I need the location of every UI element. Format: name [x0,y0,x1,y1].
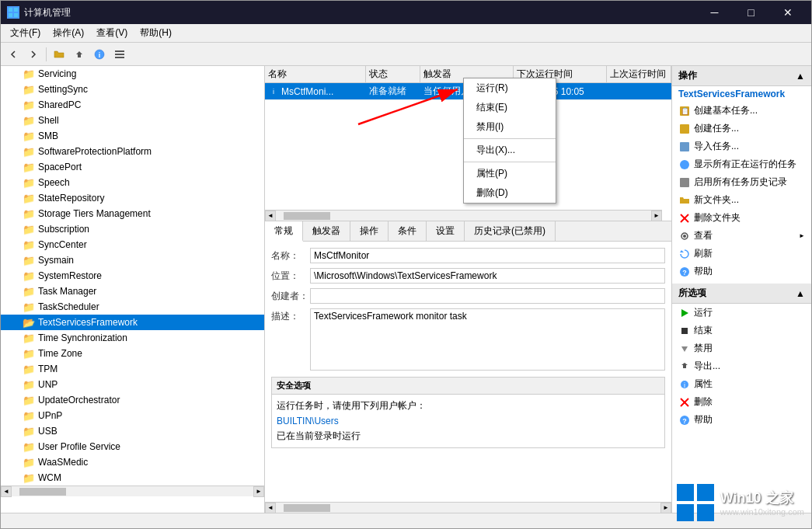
action-disable[interactable]: 禁用 [672,339,811,357]
menu-action[interactable]: 操作(A) [47,25,90,41]
menu-help[interactable]: 帮助(H) [134,25,178,41]
sidebar-item-subscription[interactable]: 📁 Subscription [1,221,264,237]
hscroll-right[interactable]: ► [253,486,264,497]
sidebar-item-waasmedic[interactable]: 📁 WaaSMedic [1,454,264,470]
action-delete-folder[interactable]: 删除文件夹 [672,209,811,227]
context-menu-disable[interactable]: 禁用(I) [464,117,556,137]
action-show-running[interactable]: 显示所有正在运行的任务 [672,155,811,173]
context-menu-run[interactable]: 运行(R) [464,78,556,98]
detail-hscroll-right[interactable]: ► [660,503,671,513]
sidebar-item-sharedpc[interactable]: 📁 SharedPC [1,97,264,113]
context-menu-export[interactable]: 导出(X)... [464,141,556,160]
forward-button[interactable] [24,46,43,63]
tab-history[interactable]: 历史记录(已禁用) [465,221,556,241]
menu-file[interactable]: 文件(F) [4,25,47,41]
menu-view[interactable]: 查看(V) [90,25,134,41]
action-create-task[interactable]: 创建任务... [672,120,811,137]
sidebar-item-unp[interactable]: 📁 UNP [1,377,264,392]
action-help-main[interactable]: ? 帮助 [672,263,811,280]
sidebar-item-smb[interactable]: 📁 SMB [1,128,264,144]
action-view[interactable]: 查看 ► [672,227,811,245]
actions-selected-collapse[interactable]: ▲ [796,288,805,299]
action-run-label: 运行 [694,306,713,319]
detail-hscroll-thumb[interactable] [284,504,330,512]
sidebar-item-upnp[interactable]: 📁 UPnP [1,408,264,423]
actions-main-title: 操作 [678,69,697,82]
tasklist-hscrollbar[interactable]: ◄ ► [265,210,662,221]
tasklist-hscroll-left[interactable]: ◄ [265,211,276,221]
sidebar-item-userprofileservice[interactable]: 📁 User Profile Service [1,439,264,454]
sidebar-item-synccenter[interactable]: 📁 SyncCenter [1,237,264,252]
action-properties[interactable]: i 属性 [672,375,811,393]
maximize-button[interactable]: □ [734,1,768,24]
minimize-button[interactable]: ─ [697,1,732,24]
action-new-folder[interactable]: 新文件夹... [672,191,811,209]
svg-rect-36 [677,504,694,521]
action-import-task[interactable]: 导入任务... [672,137,811,155]
properties-icon: i [678,378,691,391]
sidebar-item-softwareprotection[interactable]: 📁 SoftwareProtectionPlatform [1,144,264,159]
sidebar-item-servicing[interactable]: 📁 Servicing [1,66,264,82]
action-create-basic[interactable]: 📋 创建基本任务... [672,102,811,120]
sidebar-item-updateorchestrator[interactable]: 📁 UpdateOrchestrator [1,392,264,408]
sidebar-item-shell[interactable]: 📁 Shell [1,113,264,128]
context-menu-delete[interactable]: 删除(D) [464,183,556,203]
tasklist-hscroll-thumb[interactable] [284,212,330,220]
tab-settings[interactable]: 设置 [427,221,465,241]
detail-location-value: \Microsoft\Windows\TextServicesFramework [310,268,665,284]
create-basic-icon: 📋 [678,105,691,117]
action-enable-history[interactable]: 启用所有任务历史记录 [672,173,811,191]
sidebar-item-usb[interactable]: 📁 USB [1,423,264,439]
actions-selected-title: 所选项 [678,287,706,300]
detail-hscrollbar[interactable]: ◄ ► [265,502,671,513]
col-header-name[interactable]: 名称 [265,66,366,82]
toolbar-show-btn[interactable] [110,46,129,63]
sidebar-item-timesynchronization[interactable]: 📁 Time Synchronization [1,330,264,346]
close-button[interactable]: ✕ [770,1,805,24]
sidebar-item-storagetiersmanagement[interactable]: 📁 Storage Tiers Management [1,206,264,221]
hscroll-left[interactable]: ◄ [1,486,12,497]
folder-icon: 📁 [23,238,35,251]
detail-tabs: 常规 触发器 操作 条件 设置 历史记录(已禁用) [265,221,671,242]
folder-icon: 📁 [23,99,35,111]
action-refresh[interactable]: 刷新 [672,245,811,263]
hscroll-thumb[interactable] [19,488,66,496]
toolbar-up-btn[interactable] [70,46,89,63]
tab-triggers[interactable]: 触发器 [303,221,350,241]
action-export[interactable]: 导出... [672,357,811,375]
sidebar-item-settingsync[interactable]: 📁 SettingSync [1,82,264,97]
sidebar-item-taskscheduler[interactable]: 📁 TaskScheduler [1,299,264,315]
actions-collapse-icon[interactable]: ▲ [796,71,805,82]
action-end[interactable]: 结束 [672,322,811,339]
sidebar-panel: 📁 Servicing 📁 SettingSync 📁 SharedPC 📁 S… [1,66,265,513]
detail-hscroll-left[interactable]: ◄ [265,503,276,513]
sidebar-item-spaceport[interactable]: 📁 SpacePort [1,159,264,175]
toolbar-folder-btn[interactable] [50,46,68,63]
sidebar-item-systemrestore[interactable]: 📁 SystemRestore [1,268,264,284]
sidebar-item-timezone[interactable]: 📁 Time Zone [1,346,264,361]
sidebar-item-staterepository[interactable]: 📁 StateRepository [1,190,264,206]
folder-icon-selected: 📂 [23,316,35,329]
tab-conditions[interactable]: 条件 [389,221,427,241]
action-delete[interactable]: 删除 [672,393,811,411]
sidebar-item-wcm[interactable]: 📁 WCM [1,470,264,485]
context-menu-properties[interactable]: 属性(P) [464,164,556,183]
sidebar-item-speech[interactable]: 📁 Speech [1,175,264,190]
context-menu-end[interactable]: 结束(E) [464,98,556,117]
sidebar-item-tpm[interactable]: 📁 TPM [1,361,264,377]
col-header-status[interactable]: 状态 [366,66,420,82]
tab-actions[interactable]: 操作 [350,221,389,241]
col-header-last-run[interactable]: 上次运行时间 [607,66,671,82]
tab-general[interactable]: 常规 [265,221,303,242]
back-button[interactable] [4,46,23,63]
tasklist-hscroll-right[interactable]: ► [651,211,662,221]
toolbar-info-btn[interactable]: i [90,46,109,63]
sidebar-hscrollbar[interactable]: ◄ ► [1,485,264,496]
sidebar-item-taskmanager[interactable]: 📁 Task Manager [1,284,264,299]
sidebar-item-sysmain[interactable]: 📁 Sysmain [1,252,264,268]
action-export-label: 导出... [694,360,720,373]
folder-icon: 📁 [23,176,35,189]
sidebar-item-textservicesframework[interactable]: 📂 TextServicesFramework [1,315,264,330]
action-help-selected[interactable]: ? 帮助 [672,411,811,429]
action-run[interactable]: 运行 [672,304,811,322]
